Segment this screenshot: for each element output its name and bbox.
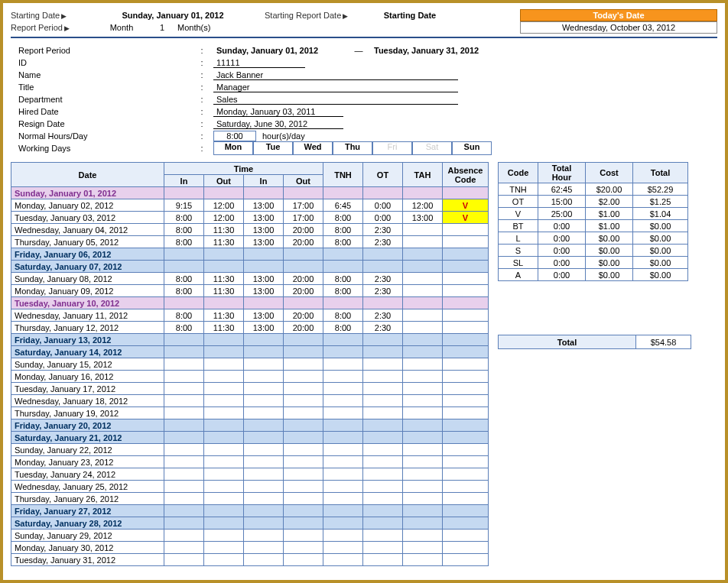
cell bbox=[363, 358, 403, 371]
cell bbox=[363, 371, 403, 383]
summary-cell-th: 25:00 bbox=[538, 208, 586, 220]
nh-value: 8:00 bbox=[213, 131, 256, 141]
cell bbox=[164, 505, 204, 517]
cell: Sunday, January 08, 2012 bbox=[11, 273, 164, 285]
cell bbox=[443, 346, 489, 358]
table-row: Monday, January 02, 20129:1512:0013:0017… bbox=[11, 199, 489, 212]
summary-row: OT15:00$2.00$1.25 bbox=[499, 196, 688, 208]
th-code: Code bbox=[499, 163, 538, 183]
cell bbox=[403, 358, 443, 371]
table-row: Thursday, January 05, 20128:0011:3013:00… bbox=[11, 236, 489, 248]
cell: Saturday, January 21, 2012 bbox=[11, 432, 164, 444]
table-row: Friday, January 20, 2012 bbox=[11, 419, 489, 432]
cell bbox=[363, 248, 403, 261]
cell bbox=[164, 542, 204, 554]
summary-cell-cost: $0.00 bbox=[586, 269, 633, 281]
cell bbox=[284, 358, 323, 371]
summary-cell-th: 15:00 bbox=[538, 196, 586, 208]
cell bbox=[443, 419, 489, 432]
cell bbox=[443, 493, 489, 505]
summary-cell-code: BT bbox=[499, 220, 538, 232]
table-row: Monday, January 23, 2012 bbox=[11, 456, 489, 468]
cell bbox=[244, 261, 284, 273]
cell bbox=[244, 554, 284, 566]
cell bbox=[284, 517, 323, 530]
cell bbox=[244, 358, 284, 371]
cell: Saturday, January 14, 2012 bbox=[11, 346, 164, 358]
cell: Saturday, January 07, 2012 bbox=[11, 261, 164, 273]
cell: 9:15 bbox=[164, 199, 204, 212]
cell bbox=[204, 187, 244, 199]
cell: Tuesday, January 10, 2012 bbox=[11, 297, 164, 309]
th-cost: Cost bbox=[586, 163, 633, 183]
summary-cell-code: SL bbox=[499, 257, 538, 269]
cell bbox=[403, 456, 443, 468]
cell bbox=[164, 383, 204, 395]
summary-cell-cost: $20.00 bbox=[586, 183, 633, 196]
cell bbox=[284, 297, 323, 309]
cell: 8:00 bbox=[323, 322, 363, 334]
summary-row: SL0:00$0.00$0.00 bbox=[499, 257, 688, 269]
cell bbox=[204, 517, 244, 530]
th-tnh: TNH bbox=[323, 163, 363, 187]
cell bbox=[323, 407, 363, 419]
cell bbox=[284, 542, 323, 554]
summary-cell-code: A bbox=[499, 269, 538, 281]
cell bbox=[403, 530, 443, 542]
cell bbox=[204, 493, 244, 505]
cell bbox=[443, 517, 489, 530]
summary-cell-th: 0:00 bbox=[538, 269, 586, 281]
cell bbox=[244, 505, 284, 517]
cell bbox=[164, 407, 204, 419]
title-label: Title bbox=[18, 83, 190, 92]
cell bbox=[323, 358, 363, 371]
cell: 12:00 bbox=[204, 212, 244, 224]
cell bbox=[204, 419, 244, 432]
table-row: Sunday, January 22, 2012 bbox=[11, 444, 489, 456]
cell bbox=[284, 248, 323, 261]
cell bbox=[363, 395, 403, 407]
cell: Friday, January 06, 2012 bbox=[11, 248, 164, 261]
info-block: Report Period : Sunday, January 01, 2012… bbox=[18, 44, 710, 154]
grand-label: Total bbox=[499, 335, 636, 349]
cell bbox=[323, 383, 363, 395]
cell bbox=[284, 505, 323, 517]
cell bbox=[443, 322, 489, 334]
working-days-row: MonTueWedThuFriSatSun bbox=[213, 141, 492, 155]
cell bbox=[284, 187, 323, 199]
label-text: Report Period bbox=[11, 23, 63, 32]
cell bbox=[284, 334, 323, 346]
cell: 2:30 bbox=[363, 236, 403, 248]
cell bbox=[403, 187, 443, 199]
dept-value: Sales bbox=[213, 95, 458, 105]
cell: 13:00 bbox=[244, 273, 284, 285]
summary-cell-th: 0:00 bbox=[538, 245, 586, 257]
table-row: Tuesday, January 17, 2012 bbox=[11, 383, 489, 395]
cell: Sunday, January 29, 2012 bbox=[11, 530, 164, 542]
cell: Sunday, January 22, 2012 bbox=[11, 444, 164, 456]
table-row: Sunday, January 15, 2012 bbox=[11, 358, 489, 371]
cell bbox=[443, 297, 489, 309]
id-label: ID bbox=[18, 58, 190, 67]
cell bbox=[164, 530, 204, 542]
summary-cell-total: $52.29 bbox=[633, 183, 688, 196]
cell: 17:00 bbox=[284, 212, 323, 224]
cell bbox=[443, 505, 489, 517]
summary-cell-total: $1.04 bbox=[633, 208, 688, 220]
summary-cell-th: 0:00 bbox=[538, 232, 586, 245]
cell bbox=[323, 456, 363, 468]
summary-row: S0:00$0.00$0.00 bbox=[499, 245, 688, 257]
cell bbox=[204, 346, 244, 358]
summary-cell-cost: $1.00 bbox=[586, 208, 633, 220]
cell bbox=[244, 542, 284, 554]
day-cell-mon: Mon bbox=[213, 141, 253, 155]
nh-label: Normal Hours/Day bbox=[18, 131, 190, 141]
cell: Thursday, January 26, 2012 bbox=[11, 493, 164, 505]
cell bbox=[403, 322, 443, 334]
cell bbox=[443, 481, 489, 493]
cell bbox=[363, 517, 403, 530]
cell bbox=[164, 481, 204, 493]
cell: Sunday, January 15, 2012 bbox=[11, 358, 164, 371]
arrow-right-icon: ▶ bbox=[343, 12, 348, 20]
cell: Tuesday, January 03, 2012 bbox=[11, 212, 164, 224]
